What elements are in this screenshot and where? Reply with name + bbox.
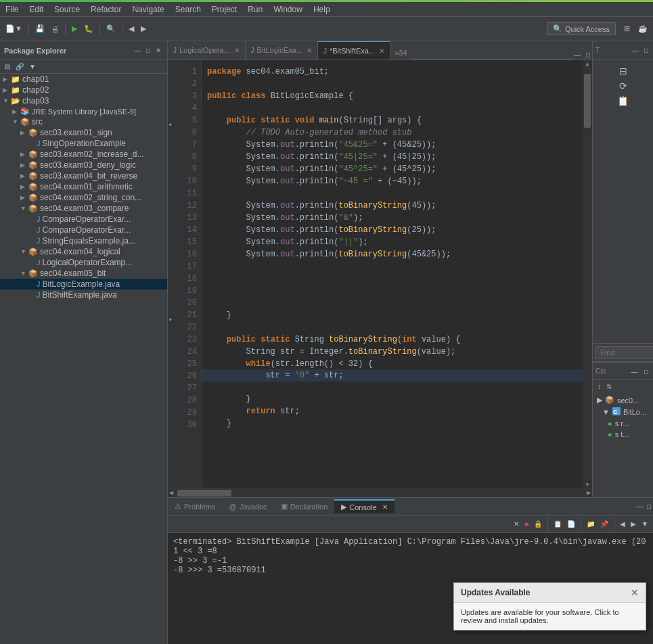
tree-item-src[interactable]: ▼ 📦 src xyxy=(0,116,167,127)
tree-item-pkg7[interactable]: ▼ 📦 sec04.exam03_compare xyxy=(0,203,167,214)
scroll-left-btn[interactable]: ◀ xyxy=(168,490,175,496)
tree-item-pkg1[interactable]: ▶ 📦 sec03.exam01_sign xyxy=(0,127,167,138)
toolbar-print-btn[interactable]: 🖨 xyxy=(49,24,62,34)
outline-sort-btn[interactable]: ↕ xyxy=(595,382,603,391)
scroll-track[interactable] xyxy=(583,67,592,481)
tree-item-pkg8[interactable]: ▼ 📦 sec04.exam04_logical xyxy=(0,246,167,257)
toolbar-debug-btn[interactable]: 🐛 xyxy=(81,23,96,34)
toolbar-run-btn[interactable]: ▶ xyxy=(69,23,80,34)
tree-item-chap01[interactable]: ▶ 📁 chap01 xyxy=(0,74,167,85)
menu-edit[interactable]: Edit xyxy=(24,3,49,16)
editor-scrollbar[interactable]: ▲ ▼ xyxy=(583,60,592,488)
code-editor[interactable]: package sec04.exam05_bit; public class B… xyxy=(202,60,583,488)
outline-item-bitlo[interactable]: ▼ C BitLo... xyxy=(594,406,652,418)
bottom-tab-declaration[interactable]: ▣ Declaration xyxy=(274,500,335,513)
menu-window[interactable]: Window xyxy=(268,3,308,16)
menu-refactor[interactable]: Refactor xyxy=(85,3,127,16)
outline-item-sec0[interactable]: ▶ 📦 sec0... xyxy=(594,394,652,406)
outline-filter-btn[interactable]: ⇅ xyxy=(604,382,614,391)
tree-item-pkg6[interactable]: ▶ 📦 sec04.exam02_string_con... xyxy=(0,192,167,203)
bottom-minimize-btn[interactable]: — xyxy=(634,502,645,511)
menu-search[interactable]: Search xyxy=(170,3,206,16)
outline-item-sr[interactable]: ● s r... xyxy=(594,418,652,429)
tree-item-pkg4[interactable]: ▶ 📦 sec03.exam04_bit_reverse xyxy=(0,170,167,181)
toolbar-new-btn[interactable]: 📄▼ xyxy=(3,23,25,34)
console-open-file-btn[interactable]: 📁 xyxy=(585,520,597,528)
menu-help[interactable]: Help xyxy=(308,3,336,16)
menu-file[interactable]: File xyxy=(0,3,24,16)
tree-item-logical[interactable]: J LogicalOperatorExamp... xyxy=(0,257,167,268)
scroll-right-btn[interactable]: ▶ xyxy=(585,490,592,496)
editor-maximize-btn[interactable]: □ xyxy=(584,51,592,60)
tree-item-stringeq[interactable]: J StringEqualsExample.ja... xyxy=(0,235,167,246)
right-panel-maximize[interactable]: □ xyxy=(642,46,650,55)
console-next-btn[interactable]: ▶ xyxy=(629,520,638,528)
tab-bitshiftexa[interactable]: J *BitShiftExa... ✕ xyxy=(318,41,390,60)
h-scrollbar[interactable]: ◀ ▶ xyxy=(168,488,592,497)
tree-item-bitlogic[interactable]: J BitLogicExample.java xyxy=(0,279,167,290)
tree-item-jre[interactable]: ▶ 📚 JRE System Library [JavaSE-9] xyxy=(0,106,167,116)
quick-access-bar[interactable]: 🔍 Quick Access xyxy=(547,22,616,35)
toolbar-perspective-btn[interactable]: ⊞ xyxy=(621,23,633,34)
tree-item-chap03[interactable]: ▼ 📂 chap03 xyxy=(0,95,167,106)
tree-item-compare1[interactable]: J CompareOperatorExar... xyxy=(0,214,167,225)
toolbar-java-perspective-btn[interactable]: ☕ xyxy=(635,23,650,34)
console-stop-btn[interactable]: ■ xyxy=(522,520,531,528)
bottom-tab-javadoc[interactable]: @ Javadoc xyxy=(222,501,273,513)
tree-item-pkg2[interactable]: ▶ 📦 sec03.exam02_increase_d... xyxy=(0,149,167,160)
editor-minimize-btn[interactable]: — xyxy=(572,51,583,60)
link-editor-btn[interactable]: 🔗 xyxy=(14,62,26,71)
toolbar-save-btn[interactable]: 💾 xyxy=(32,23,47,34)
tab-bitlogicexa[interactable]: J BitLogicExa... ✕ xyxy=(246,41,318,60)
menu-source[interactable]: Source xyxy=(49,3,85,16)
updates-close-btn[interactable]: ✕ xyxy=(631,587,639,598)
menu-run[interactable]: Run xyxy=(242,3,268,16)
console-copy-btn[interactable]: 📋 xyxy=(551,520,564,528)
bottom-tab-console[interactable]: ▶ Console ✕ xyxy=(334,499,394,513)
h-scroll-thumb[interactable] xyxy=(177,490,231,497)
collapse-all-btn[interactable]: ⊟ xyxy=(3,62,12,71)
bottom-maximize-btn[interactable]: □ xyxy=(645,502,653,511)
panel-close-btn[interactable]: ✕ xyxy=(154,46,163,55)
tree-item-pkg5[interactable]: ▶ 📦 sec04.exam01_arithmetic xyxy=(0,181,167,192)
h-scroll-track[interactable] xyxy=(177,490,583,497)
tree-item-pkg3[interactable]: ▶ 📦 sec03.exam03_deny_logic xyxy=(0,160,167,170)
console-clear-btn[interactable]: ✕ xyxy=(512,520,521,528)
panel-minimize-btn[interactable]: — xyxy=(132,46,143,55)
console-prev-btn[interactable]: ◀ xyxy=(618,520,627,528)
outline-maximize[interactable]: □ xyxy=(642,367,650,376)
toolbar-forward-btn[interactable]: ▶ xyxy=(138,23,149,34)
menu-project[interactable]: Project xyxy=(206,3,242,16)
outline-minimize[interactable]: — xyxy=(629,367,640,376)
scroll-down-btn[interactable]: ▼ xyxy=(583,481,592,488)
tab-logicalopera[interactable]: J LogicalOpera... ✕ xyxy=(168,41,246,60)
toolbar-back-btn[interactable]: ◀ xyxy=(126,23,137,34)
right-panel-minimize[interactable]: — xyxy=(630,46,641,55)
tab-overflow[interactable]: »34 xyxy=(390,46,411,60)
menu-navigate[interactable]: Navigate xyxy=(127,3,169,16)
tab-close-2[interactable]: ✕ xyxy=(307,47,312,54)
right-icon-1[interactable]: ⊟ xyxy=(595,64,650,78)
scroll-up-btn[interactable]: ▲ xyxy=(583,60,592,67)
console-close[interactable]: ✕ xyxy=(382,503,388,511)
view-menu-btn[interactable]: ▼ xyxy=(27,62,38,71)
panel-maximize-btn[interactable]: □ xyxy=(144,46,152,55)
tree-item-chap02[interactable]: ▶ 📁 chap02 xyxy=(0,85,167,95)
toolbar-search-btn[interactable]: 🔍 xyxy=(104,23,118,34)
console-view-menu-btn[interactable]: ▼ xyxy=(639,520,650,528)
tab-close-1[interactable]: ✕ xyxy=(234,47,240,54)
right-icon-3[interactable]: 📋 xyxy=(595,94,650,108)
tree-item-sing[interactable]: J SingOperationExample xyxy=(0,138,167,149)
console-paste-btn[interactable]: 📄 xyxy=(565,520,577,528)
tab-close-3[interactable]: ✕ xyxy=(379,47,384,55)
tree-item-pkg9[interactable]: ▼ 📦 sec04.exam05_bit xyxy=(0,268,167,279)
console-pin-btn[interactable]: 📌 xyxy=(598,520,610,528)
tree-item-bitshift[interactable]: J BitShiftExample.java xyxy=(0,290,167,300)
outline-item-st[interactable]: ● s t... xyxy=(594,429,652,440)
console-scroll-lock-btn[interactable]: 🔒 xyxy=(532,520,544,528)
find-input[interactable] xyxy=(595,346,653,359)
right-icon-2[interactable]: ⟳ xyxy=(595,79,650,93)
bottom-tab-problems[interactable]: ⚠ Problems xyxy=(168,500,222,513)
tree-item-compare2[interactable]: J CompareOperatorExar... xyxy=(0,225,167,235)
scroll-thumb[interactable] xyxy=(584,74,591,128)
